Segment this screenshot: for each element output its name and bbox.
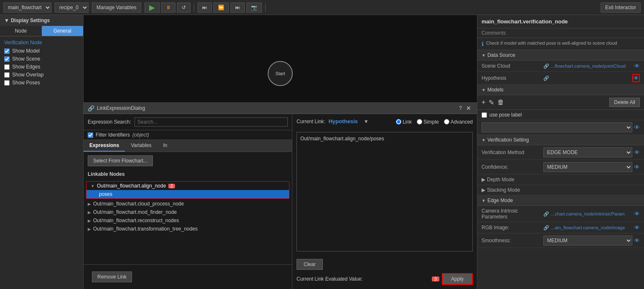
manage-variables-button[interactable]: Manage Variables <box>92 3 141 13</box>
refresh-icon[interactable]: ↺ <box>177 3 190 13</box>
data-source-title: Data Source <box>487 52 515 58</box>
edit-model-button[interactable]: ✎ <box>489 99 494 106</box>
show-poses-row[interactable]: Show Poses <box>4 80 79 86</box>
camera-icon[interactable]: 📷 <box>246 3 262 13</box>
stacking-mode-section[interactable]: ▶ Stacking Mode <box>477 185 644 195</box>
hypothesis-row: Hypothesis 🔗 👁 <box>477 72 644 85</box>
use-pose-label-row: use pose label <box>477 110 644 120</box>
delete-all-button[interactable]: Delete All <box>609 98 640 107</box>
display-settings-header: ▼ Display Settings <box>0 15 83 26</box>
current-link-eval-row: Current Link Evaluated Value: 3 Apply <box>297 273 473 285</box>
scene-cloud-eye-button[interactable]: 👁 <box>634 63 640 69</box>
rgb-image-value: 🔗 ...ain_flowchart.camera_node/image 👁 <box>543 224 640 231</box>
expression-search-row: Expression Search: <box>84 114 292 130</box>
link-mode-link[interactable]: Link <box>396 119 412 125</box>
rgb-image-label: RGB Image: <box>482 225 540 231</box>
info-icon: ℹ <box>482 41 484 47</box>
show-model-checkbox[interactable] <box>4 48 10 54</box>
show-overlap-checkbox[interactable] <box>4 72 10 78</box>
node-reconstruct[interactable]: ▶ Out/main_flowchart.reconstruct_nodes <box>84 216 292 225</box>
tab-node[interactable]: Node <box>0 26 42 36</box>
verification-method-select[interactable]: EDGE MODE <box>543 147 632 157</box>
pause-icon[interactable]: ⏸ <box>161 3 175 13</box>
current-link-row: Current Link: Hypothesis ▼ <box>297 118 369 124</box>
node-align-node[interactable]: ▼ Out/main_flowchart.align_node 2 <box>86 182 289 190</box>
recipe-select[interactable]: recipe_0 <box>55 3 89 13</box>
right-panel-title: main_flowchart.verification_node <box>477 15 644 28</box>
hypothesis-eye-button[interactable]: 👁 <box>632 74 640 82</box>
confidence-select[interactable]: MEDIUM <box>543 162 632 172</box>
show-model-row[interactable]: Show Model <box>4 48 79 54</box>
smoothness-eye-button[interactable]: 👁 <box>634 237 640 244</box>
link-mode-advanced-label: Advanced <box>451 119 473 125</box>
vm-value: EDGE MODE 👁 <box>543 147 640 157</box>
camera-intrinsic-row: Camera Intrinsic Parameters 🔗 ...chart.c… <box>477 206 644 222</box>
node-mod-finder[interactable]: ▶ Out/main_flowchart.mod_finder_node <box>84 208 292 216</box>
ci-eye-button[interactable]: 👁 <box>634 210 640 217</box>
camera-intrinsic-label: Camera Intrinsic Parameters <box>482 208 540 220</box>
link-mode-advanced[interactable]: Advanced <box>444 119 473 125</box>
smoothness-row: Smoothness: MEDIUM 👁 <box>477 233 644 248</box>
select-from-flowchart-button[interactable]: Select From Flowchart... <box>88 155 153 166</box>
show-overlap-label: Show Overlap <box>12 72 43 78</box>
fast-forward-icon[interactable]: ⏩ <box>213 3 229 13</box>
info-text: Check if model with matched pose is well… <box>486 41 640 46</box>
radio-link[interactable] <box>396 119 401 124</box>
radio-advanced[interactable] <box>444 119 449 124</box>
node-transform-tree[interactable]: ▶ Out/main_flowchart.transformation_tree… <box>84 225 292 233</box>
smoothness-select[interactable]: MEDIUM <box>543 236 632 246</box>
show-scene-checkbox[interactable] <box>4 56 10 62</box>
show-edges-row[interactable]: Show Edges <box>4 64 79 70</box>
stacking-mode-arrow-icon: ▶ <box>482 187 485 193</box>
radio-simple[interactable] <box>417 119 422 124</box>
apply-button[interactable]: Apply <box>442 273 473 285</box>
flowchart-select[interactable]: main_flowchart <box>3 3 51 13</box>
exit-interactor-button[interactable]: Exit Interactor <box>601 3 641 13</box>
rgb-eye-button[interactable]: 👁 <box>634 224 640 231</box>
clear-button[interactable]: Clear <box>297 259 323 270</box>
node-reconstruct-label: Out/main_flowchart.reconstruct_nodes <box>93 218 179 223</box>
model-dropdown[interactable] <box>482 122 632 132</box>
hypothesis-value: 🔗 👁 <box>543 74 640 82</box>
play-icon[interactable]: ▶ <box>145 3 160 13</box>
edge-mode-header[interactable]: ▼ Edge Mode <box>477 195 644 206</box>
dialog-close-button[interactable]: ✕ <box>464 105 473 112</box>
depth-mode-section[interactable]: ▶ Depth Mode <box>477 175 644 185</box>
verification-node-section: Verification Node Show Model Show Scene … <box>0 36 83 91</box>
vm-eye-button[interactable]: 👁 <box>634 149 640 156</box>
tab-expressions[interactable]: Expressions <box>84 140 125 152</box>
data-source-header[interactable]: ▼ Data Source <box>477 50 644 61</box>
show-edges-checkbox[interactable] <box>4 64 10 70</box>
tab-general[interactable]: General <box>42 26 84 36</box>
skip-icon[interactable]: ⏭ <box>231 3 245 13</box>
model-dropdown-eye-button[interactable]: 👁 <box>634 124 640 131</box>
main-area: ▼ Display Settings Node General Verifica… <box>0 15 644 289</box>
tab-variables[interactable]: Variables <box>125 140 157 152</box>
confidence-eye-button[interactable]: 👁 <box>634 164 640 170</box>
step-end-icon[interactable]: ⏭ <box>198 3 212 13</box>
link-mode-simple[interactable]: Simple <box>417 119 439 125</box>
dialog-help-button[interactable]: ? <box>459 105 462 111</box>
node-cloud-process[interactable]: ▶ Out/main_flowchart.cloud_process_node <box>84 200 292 208</box>
show-poses-label: Show Poses <box>12 80 40 86</box>
expression-search-input[interactable] <box>134 117 288 127</box>
use-pose-label-checkbox[interactable] <box>482 112 487 118</box>
arrow-icon: ▶ <box>88 202 91 206</box>
filter-identifiers-checkbox[interactable] <box>88 132 93 138</box>
node-align-label: Out/main_flowchart.align_node <box>97 183 166 189</box>
flowchart-area: Start <box>84 15 477 103</box>
show-poses-checkbox[interactable] <box>4 80 10 86</box>
show-scene-row[interactable]: Show Scene <box>4 56 79 62</box>
models-header[interactable]: ▼ Models <box>477 85 644 95</box>
show-overlap-row[interactable]: Show Overlap <box>4 72 79 78</box>
rgb-image-row: RGB Image: 🔗 ...ain_flowchart.camera_nod… <box>477 222 644 233</box>
tab-in[interactable]: In <box>157 140 173 152</box>
apply-btn-wrapper: 3 Apply <box>432 273 473 285</box>
verification-setting-header[interactable]: ▼ Verification Setting <box>477 135 644 145</box>
node-poses-item[interactable]: poses <box>86 190 289 198</box>
remove-link-button[interactable]: Remove Link <box>92 271 132 282</box>
add-model-button[interactable]: + <box>482 99 485 106</box>
delete-model-button[interactable]: 🗑 <box>497 99 504 106</box>
node-item-align-expanded[interactable]: ▼ Out/main_flowchart.align_node 2 poses <box>86 181 289 199</box>
current-link-menu-icon[interactable]: ▼ <box>364 119 369 124</box>
